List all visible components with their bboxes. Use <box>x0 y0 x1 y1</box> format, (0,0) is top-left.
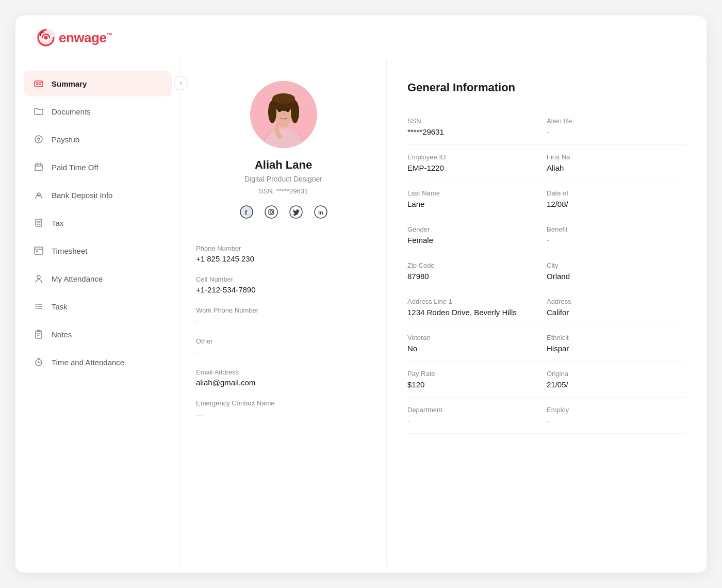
info-field-label: Employee ID <box>407 153 531 161</box>
info-field: Date of12/08/ <box>547 181 686 217</box>
svg-point-21 <box>37 275 40 279</box>
sidebar-item-time-attendance[interactable]: Time and Attendance <box>24 349 172 375</box>
info-field: Department- <box>407 398 547 434</box>
sidebar-item-summary[interactable]: Summary <box>24 71 172 96</box>
logo-icon <box>36 28 56 47</box>
phone-field: Phone Number +1 825 1245 230 <box>196 244 371 263</box>
svg-point-52 <box>270 211 272 214</box>
svg-point-45 <box>286 109 289 112</box>
sidebar-item-timesheet[interactable]: Timesheet <box>24 238 172 264</box>
info-field: AddressCalifor <box>547 289 686 325</box>
info-field-value: - <box>547 236 670 244</box>
sidebar-item-tax-label: Tax <box>52 219 63 227</box>
calculator-icon <box>33 217 44 228</box>
work-phone-label: Work Phone Number <box>196 306 371 314</box>
svg-point-1 <box>44 36 48 40</box>
sidebar-item-paid-time-off[interactable]: Paid Time Off <box>24 154 172 180</box>
other-value: - <box>196 347 371 356</box>
svg-text:in: in <box>318 209 323 216</box>
info-field-value: 1234 Rodeo Drive, Beverly Hills <box>407 308 531 317</box>
info-field: GenderFemale <box>407 217 547 253</box>
sidebar-item-paystub[interactable]: Paystub <box>24 126 172 152</box>
svg-point-6 <box>35 136 42 143</box>
linkedin-icon[interactable]: in <box>312 203 330 221</box>
clipboard-icon <box>33 329 44 340</box>
employee-name: Aliah Lane <box>255 158 312 172</box>
info-field-value: Califor <box>547 308 670 317</box>
sidebar-item-timesheet-label: Timesheet <box>52 247 87 255</box>
info-field-label: Veteran <box>407 334 531 341</box>
emergency-contact-field: Emergency Contact Name ... <box>196 399 371 418</box>
task-list-icon <box>33 301 44 312</box>
svg-text:f: f <box>245 208 248 216</box>
info-field-label: Alien Re <box>547 117 670 125</box>
sidebar-item-pto-label: Paid Time Off <box>52 163 99 172</box>
middle-panel: Aliah Lane Digital Product Designer SSN:… <box>180 60 387 566</box>
brand-name: enwage™ <box>59 30 112 46</box>
email-value: aliah@gmail.com <box>196 378 371 387</box>
phone-label: Phone Number <box>196 244 371 252</box>
employee-title: Digital Product Designer <box>244 175 322 183</box>
info-field: Origina21/05/ <box>547 362 686 398</box>
info-field-value: No <box>407 344 531 353</box>
info-field: Alien Re- <box>547 109 686 145</box>
cell-label: Cell Number <box>196 275 371 283</box>
svg-rect-28 <box>36 331 42 338</box>
info-field: CityOrland <box>547 253 686 289</box>
info-field-value: - <box>407 416 531 425</box>
logo: enwage™ <box>36 28 112 47</box>
info-field: Pay Rate$120 <box>407 362 547 398</box>
sidebar-item-my-attendance[interactable]: My Attendance <box>24 266 172 291</box>
info-field: Benefit- <box>547 217 686 253</box>
info-field-label: Ethnicit <box>547 334 670 341</box>
sidebar-item-time-attendance-label: Time and Attendance <box>52 358 124 367</box>
twitter-icon[interactable] <box>287 203 305 221</box>
info-field: SSN*****29631 <box>407 109 547 145</box>
info-field-label: City <box>547 262 670 269</box>
sidebar-item-notes[interactable]: Notes <box>24 321 172 347</box>
sidebar-item-attendance-label: My Attendance <box>52 274 103 283</box>
svg-point-53 <box>273 210 274 211</box>
info-field-label: Department <box>407 406 531 414</box>
info-field-value: Aliah <box>547 164 670 172</box>
info-field: First NaAliah <box>547 145 686 181</box>
avatar <box>250 81 317 148</box>
email-field: Email Address aliah@gmail.com <box>196 368 371 387</box>
contact-section: Phone Number +1 825 1245 230 Cell Number… <box>196 239 371 418</box>
sidebar-item-notes-label: Notes <box>52 330 72 339</box>
sidebar-item-summary-label: Summary <box>52 79 87 88</box>
cell-field: Cell Number +1-212-534-7890 <box>196 275 371 294</box>
info-field-value: 87980 <box>407 272 531 281</box>
info-field: Last NameLane <box>407 181 547 217</box>
main-layout: ‹ Summary <box>15 60 707 566</box>
bank-icon <box>33 189 44 201</box>
header: enwage™ <box>15 15 707 60</box>
info-field-label: Address Line 1 <box>407 298 531 305</box>
sidebar-item-documents[interactable]: Documents <box>24 99 172 124</box>
sidebar-collapse-button[interactable]: ‹ <box>174 76 188 90</box>
info-field-value: Female <box>407 236 531 244</box>
sidebar-item-bank-deposit[interactable]: Bank Deposit Info <box>24 182 172 208</box>
person-icon <box>33 273 44 284</box>
info-field-label: Date of <box>547 189 670 197</box>
info-field-value: - <box>547 127 670 136</box>
info-field: Employee IDEMP-1220 <box>407 145 547 181</box>
social-icons: f <box>238 203 330 221</box>
info-field-label: First Na <box>547 153 670 161</box>
sidebar-item-paystub-label: Paystub <box>52 135 79 144</box>
svg-point-41 <box>268 101 276 123</box>
employee-ssn: SSN: *****29631 <box>259 187 308 195</box>
sidebar-item-documents-label: Documents <box>52 107 91 116</box>
info-field-label: Origina <box>547 370 670 378</box>
info-field-label: Employ <box>547 406 670 414</box>
instagram-icon[interactable] <box>262 203 280 221</box>
facebook-icon[interactable]: f <box>238 203 255 221</box>
sidebar-item-tax[interactable]: Tax <box>24 210 172 236</box>
info-field-value: *****29631 <box>407 127 531 136</box>
money-icon <box>33 134 44 145</box>
sidebar: ‹ Summary <box>15 60 180 566</box>
info-field-value: Hispar <box>547 344 670 353</box>
sidebar-item-task[interactable]: Task <box>24 293 172 319</box>
folder-icon <box>33 106 44 117</box>
svg-point-46 <box>276 119 286 126</box>
